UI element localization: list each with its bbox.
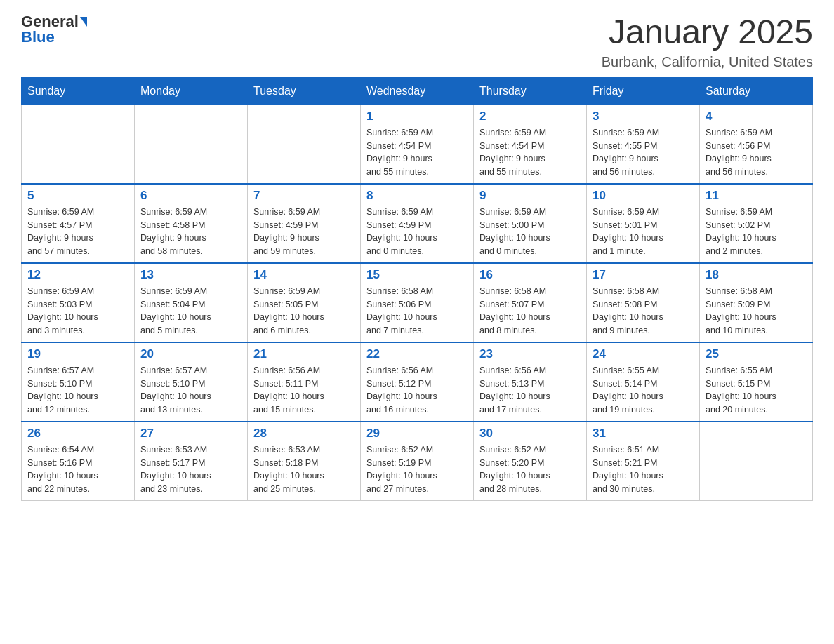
day-number: 13 <box>140 268 241 282</box>
calendar-cell: 16Sunrise: 6:58 AM Sunset: 5:07 PM Dayli… <box>474 263 587 342</box>
calendar-cell: 5Sunrise: 6:59 AM Sunset: 4:57 PM Daylig… <box>22 184 135 263</box>
day-info: Sunrise: 6:59 AM Sunset: 4:59 PM Dayligh… <box>253 206 355 258</box>
calendar-cell: 25Sunrise: 6:55 AM Sunset: 5:15 PM Dayli… <box>700 342 813 422</box>
calendar-cell: 7Sunrise: 6:59 AM Sunset: 4:59 PM Daylig… <box>248 184 361 263</box>
day-number: 4 <box>706 109 807 123</box>
day-number: 22 <box>366 347 468 361</box>
logo-blue-text: Blue <box>21 29 55 45</box>
calendar-cell: 13Sunrise: 6:59 AM Sunset: 5:04 PM Dayli… <box>135 263 248 342</box>
day-number: 25 <box>706 347 807 361</box>
day-info: Sunrise: 6:59 AM Sunset: 5:05 PM Dayligh… <box>253 285 355 337</box>
day-info: Sunrise: 6:59 AM Sunset: 5:00 PM Dayligh… <box>479 206 581 258</box>
page-header: General Blue January 2025 Burbank, Calif… <box>21 14 813 70</box>
calendar-cell: 3Sunrise: 6:59 AM Sunset: 4:55 PM Daylig… <box>587 105 700 184</box>
calendar-day-header: Thursday <box>474 77 587 105</box>
calendar-cell: 4Sunrise: 6:59 AM Sunset: 4:56 PM Daylig… <box>700 105 813 184</box>
calendar-week-row: 26Sunrise: 6:54 AM Sunset: 5:16 PM Dayli… <box>22 422 813 501</box>
day-info: Sunrise: 6:55 AM Sunset: 5:14 PM Dayligh… <box>593 364 694 417</box>
day-number: 16 <box>479 268 581 282</box>
day-number: 11 <box>706 189 807 203</box>
day-info: Sunrise: 6:59 AM Sunset: 4:57 PM Dayligh… <box>27 206 128 258</box>
calendar-cell: 15Sunrise: 6:58 AM Sunset: 5:06 PM Dayli… <box>361 263 474 342</box>
calendar-cell: 18Sunrise: 6:58 AM Sunset: 5:09 PM Dayli… <box>700 263 813 342</box>
calendar-cell: 26Sunrise: 6:54 AM Sunset: 5:16 PM Dayli… <box>22 422 135 501</box>
day-number: 3 <box>593 109 694 123</box>
calendar-cell: 6Sunrise: 6:59 AM Sunset: 4:58 PM Daylig… <box>135 184 248 263</box>
day-info: Sunrise: 6:51 AM Sunset: 5:21 PM Dayligh… <box>593 443 694 496</box>
day-number: 24 <box>593 347 694 361</box>
day-info: Sunrise: 6:55 AM Sunset: 5:15 PM Dayligh… <box>706 364 807 417</box>
day-number: 31 <box>593 427 694 441</box>
day-info: Sunrise: 6:59 AM Sunset: 4:56 PM Dayligh… <box>706 126 807 179</box>
calendar-cell <box>700 422 813 501</box>
calendar-cell: 8Sunrise: 6:59 AM Sunset: 4:59 PM Daylig… <box>361 184 474 263</box>
day-info: Sunrise: 6:56 AM Sunset: 5:12 PM Dayligh… <box>366 364 468 417</box>
day-number: 15 <box>366 268 468 282</box>
calendar-cell: 1Sunrise: 6:59 AM Sunset: 4:54 PM Daylig… <box>361 105 474 184</box>
day-info: Sunrise: 6:59 AM Sunset: 5:01 PM Dayligh… <box>593 206 694 258</box>
logo-general-text: General <box>21 14 79 29</box>
calendar-week-row: 1Sunrise: 6:59 AM Sunset: 4:54 PM Daylig… <box>22 105 813 184</box>
day-number: 29 <box>366 427 468 441</box>
day-info: Sunrise: 6:58 AM Sunset: 5:07 PM Dayligh… <box>479 285 581 337</box>
logo: General Blue <box>21 14 87 45</box>
day-info: Sunrise: 6:52 AM Sunset: 5:20 PM Dayligh… <box>479 443 581 496</box>
day-number: 12 <box>27 268 128 282</box>
calendar-cell: 14Sunrise: 6:59 AM Sunset: 5:05 PM Dayli… <box>248 263 361 342</box>
calendar-week-row: 19Sunrise: 6:57 AM Sunset: 5:10 PM Dayli… <box>22 342 813 422</box>
day-info: Sunrise: 6:56 AM Sunset: 5:11 PM Dayligh… <box>253 364 355 417</box>
calendar-day-header: Sunday <box>22 77 135 105</box>
location-text: Burbank, California, United States <box>602 54 813 70</box>
day-number: 9 <box>479 189 581 203</box>
day-number: 18 <box>706 268 807 282</box>
calendar-cell: 20Sunrise: 6:57 AM Sunset: 5:10 PM Dayli… <box>135 342 248 422</box>
day-info: Sunrise: 6:53 AM Sunset: 5:18 PM Dayligh… <box>253 443 355 496</box>
day-number: 30 <box>479 427 581 441</box>
calendar-cell: 17Sunrise: 6:58 AM Sunset: 5:08 PM Dayli… <box>587 263 700 342</box>
day-number: 23 <box>479 347 581 361</box>
day-number: 8 <box>366 189 468 203</box>
calendar-day-header: Tuesday <box>248 77 361 105</box>
day-info: Sunrise: 6:57 AM Sunset: 5:10 PM Dayligh… <box>140 364 241 417</box>
day-number: 27 <box>140 427 241 441</box>
calendar-cell: 12Sunrise: 6:59 AM Sunset: 5:03 PM Dayli… <box>22 263 135 342</box>
calendar-cell <box>135 105 248 184</box>
calendar-cell: 29Sunrise: 6:52 AM Sunset: 5:19 PM Dayli… <box>361 422 474 501</box>
calendar-table: SundayMondayTuesdayWednesdayThursdayFrid… <box>21 77 813 501</box>
calendar-cell: 11Sunrise: 6:59 AM Sunset: 5:02 PM Dayli… <box>700 184 813 263</box>
calendar-cell: 19Sunrise: 6:57 AM Sunset: 5:10 PM Dayli… <box>22 342 135 422</box>
calendar-cell: 30Sunrise: 6:52 AM Sunset: 5:20 PM Dayli… <box>474 422 587 501</box>
logo-arrow-icon <box>80 17 87 27</box>
day-info: Sunrise: 6:59 AM Sunset: 4:59 PM Dayligh… <box>366 206 468 258</box>
calendar-week-row: 12Sunrise: 6:59 AM Sunset: 5:03 PM Dayli… <box>22 263 813 342</box>
month-title: January 2025 <box>602 14 813 51</box>
day-info: Sunrise: 6:59 AM Sunset: 5:03 PM Dayligh… <box>27 285 128 337</box>
day-number: 28 <box>253 427 355 441</box>
calendar-header-row: SundayMondayTuesdayWednesdayThursdayFrid… <box>22 77 813 105</box>
day-info: Sunrise: 6:57 AM Sunset: 5:10 PM Dayligh… <box>27 364 128 417</box>
day-number: 19 <box>27 347 128 361</box>
calendar-cell: 22Sunrise: 6:56 AM Sunset: 5:12 PM Dayli… <box>361 342 474 422</box>
calendar-week-row: 5Sunrise: 6:59 AM Sunset: 4:57 PM Daylig… <box>22 184 813 263</box>
day-info: Sunrise: 6:53 AM Sunset: 5:17 PM Dayligh… <box>140 443 241 496</box>
day-number: 6 <box>140 189 241 203</box>
calendar-cell: 21Sunrise: 6:56 AM Sunset: 5:11 PM Dayli… <box>248 342 361 422</box>
calendar-day-header: Saturday <box>700 77 813 105</box>
calendar-cell <box>248 105 361 184</box>
day-info: Sunrise: 6:59 AM Sunset: 5:04 PM Dayligh… <box>140 285 241 337</box>
day-number: 10 <box>593 189 694 203</box>
day-number: 5 <box>27 189 128 203</box>
calendar-cell: 23Sunrise: 6:56 AM Sunset: 5:13 PM Dayli… <box>474 342 587 422</box>
day-info: Sunrise: 6:54 AM Sunset: 5:16 PM Dayligh… <box>27 443 128 496</box>
day-number: 14 <box>253 268 355 282</box>
day-number: 21 <box>253 347 355 361</box>
calendar-cell: 31Sunrise: 6:51 AM Sunset: 5:21 PM Dayli… <box>587 422 700 501</box>
day-info: Sunrise: 6:59 AM Sunset: 4:54 PM Dayligh… <box>366 126 468 179</box>
day-info: Sunrise: 6:59 AM Sunset: 5:02 PM Dayligh… <box>706 206 807 258</box>
day-info: Sunrise: 6:58 AM Sunset: 5:06 PM Dayligh… <box>366 285 468 337</box>
calendar-cell: 27Sunrise: 6:53 AM Sunset: 5:17 PM Dayli… <box>135 422 248 501</box>
day-info: Sunrise: 6:52 AM Sunset: 5:19 PM Dayligh… <box>366 443 468 496</box>
calendar-cell: 24Sunrise: 6:55 AM Sunset: 5:14 PM Dayli… <box>587 342 700 422</box>
calendar-cell <box>22 105 135 184</box>
day-info: Sunrise: 6:56 AM Sunset: 5:13 PM Dayligh… <box>479 364 581 417</box>
